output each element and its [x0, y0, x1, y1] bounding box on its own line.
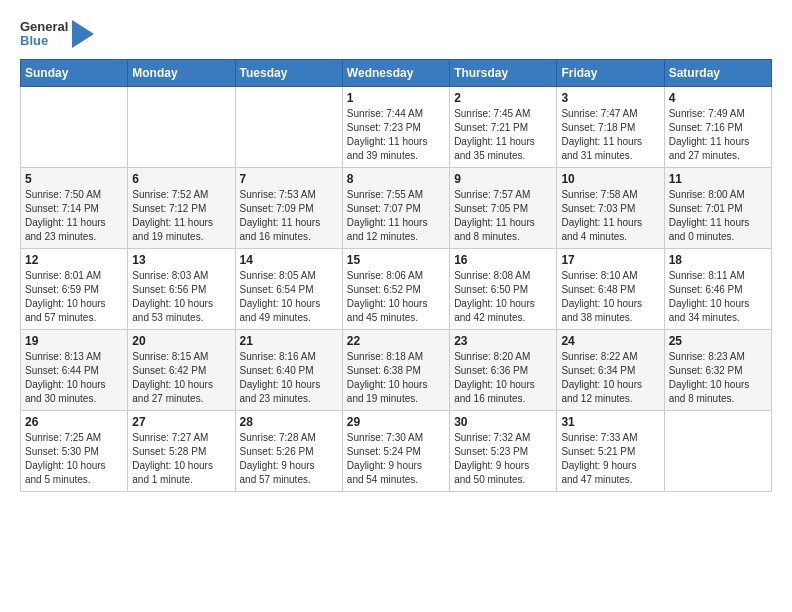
weekday-header-row: SundayMondayTuesdayWednesdayThursdayFrid…	[21, 59, 772, 86]
logo-blue-text: Blue	[20, 34, 68, 48]
calendar-cell: 14Sunrise: 8:05 AM Sunset: 6:54 PM Dayli…	[235, 248, 342, 329]
day-info: Sunrise: 8:05 AM Sunset: 6:54 PM Dayligh…	[240, 269, 338, 325]
day-info: Sunrise: 7:25 AM Sunset: 5:30 PM Dayligh…	[25, 431, 123, 487]
calendar-cell	[128, 86, 235, 167]
day-number: 17	[561, 253, 659, 267]
page-header: General Blue	[20, 20, 772, 49]
calendar-cell: 11Sunrise: 8:00 AM Sunset: 7:01 PM Dayli…	[664, 167, 771, 248]
day-number: 30	[454, 415, 552, 429]
day-number: 14	[240, 253, 338, 267]
day-info: Sunrise: 7:49 AM Sunset: 7:16 PM Dayligh…	[669, 107, 767, 163]
day-number: 12	[25, 253, 123, 267]
day-info: Sunrise: 8:08 AM Sunset: 6:50 PM Dayligh…	[454, 269, 552, 325]
weekday-header: Thursday	[450, 59, 557, 86]
day-number: 29	[347, 415, 445, 429]
calendar-cell: 20Sunrise: 8:15 AM Sunset: 6:42 PM Dayli…	[128, 329, 235, 410]
calendar-week-row: 5Sunrise: 7:50 AM Sunset: 7:14 PM Daylig…	[21, 167, 772, 248]
weekday-header: Saturday	[664, 59, 771, 86]
day-info: Sunrise: 8:13 AM Sunset: 6:44 PM Dayligh…	[25, 350, 123, 406]
calendar-cell: 15Sunrise: 8:06 AM Sunset: 6:52 PM Dayli…	[342, 248, 449, 329]
day-number: 11	[669, 172, 767, 186]
calendar-cell: 8Sunrise: 7:55 AM Sunset: 7:07 PM Daylig…	[342, 167, 449, 248]
calendar-cell: 22Sunrise: 8:18 AM Sunset: 6:38 PM Dayli…	[342, 329, 449, 410]
day-number: 13	[132, 253, 230, 267]
calendar-week-row: 1Sunrise: 7:44 AM Sunset: 7:23 PM Daylig…	[21, 86, 772, 167]
calendar-cell: 23Sunrise: 8:20 AM Sunset: 6:36 PM Dayli…	[450, 329, 557, 410]
day-info: Sunrise: 8:22 AM Sunset: 6:34 PM Dayligh…	[561, 350, 659, 406]
day-number: 31	[561, 415, 659, 429]
day-info: Sunrise: 7:57 AM Sunset: 7:05 PM Dayligh…	[454, 188, 552, 244]
logo-general-text: General	[20, 20, 68, 34]
calendar-cell: 17Sunrise: 8:10 AM Sunset: 6:48 PM Dayli…	[557, 248, 664, 329]
day-info: Sunrise: 8:15 AM Sunset: 6:42 PM Dayligh…	[132, 350, 230, 406]
svg-marker-0	[72, 20, 94, 48]
day-info: Sunrise: 7:55 AM Sunset: 7:07 PM Dayligh…	[347, 188, 445, 244]
day-number: 28	[240, 415, 338, 429]
day-number: 5	[25, 172, 123, 186]
calendar-cell: 19Sunrise: 8:13 AM Sunset: 6:44 PM Dayli…	[21, 329, 128, 410]
calendar-cell	[664, 410, 771, 491]
calendar-cell: 2Sunrise: 7:45 AM Sunset: 7:21 PM Daylig…	[450, 86, 557, 167]
day-number: 16	[454, 253, 552, 267]
calendar-table: SundayMondayTuesdayWednesdayThursdayFrid…	[20, 59, 772, 492]
calendar-cell	[235, 86, 342, 167]
day-number: 15	[347, 253, 445, 267]
day-number: 6	[132, 172, 230, 186]
day-info: Sunrise: 7:58 AM Sunset: 7:03 PM Dayligh…	[561, 188, 659, 244]
day-info: Sunrise: 7:53 AM Sunset: 7:09 PM Dayligh…	[240, 188, 338, 244]
day-info: Sunrise: 7:32 AM Sunset: 5:23 PM Dayligh…	[454, 431, 552, 487]
calendar-cell: 10Sunrise: 7:58 AM Sunset: 7:03 PM Dayli…	[557, 167, 664, 248]
day-info: Sunrise: 8:23 AM Sunset: 6:32 PM Dayligh…	[669, 350, 767, 406]
calendar-cell: 30Sunrise: 7:32 AM Sunset: 5:23 PM Dayli…	[450, 410, 557, 491]
weekday-header: Monday	[128, 59, 235, 86]
weekday-header: Wednesday	[342, 59, 449, 86]
day-info: Sunrise: 8:00 AM Sunset: 7:01 PM Dayligh…	[669, 188, 767, 244]
calendar-cell: 4Sunrise: 7:49 AM Sunset: 7:16 PM Daylig…	[664, 86, 771, 167]
day-info: Sunrise: 8:16 AM Sunset: 6:40 PM Dayligh…	[240, 350, 338, 406]
calendar-week-row: 26Sunrise: 7:25 AM Sunset: 5:30 PM Dayli…	[21, 410, 772, 491]
day-info: Sunrise: 8:20 AM Sunset: 6:36 PM Dayligh…	[454, 350, 552, 406]
calendar-cell: 28Sunrise: 7:28 AM Sunset: 5:26 PM Dayli…	[235, 410, 342, 491]
day-number: 9	[454, 172, 552, 186]
day-info: Sunrise: 7:47 AM Sunset: 7:18 PM Dayligh…	[561, 107, 659, 163]
day-info: Sunrise: 8:01 AM Sunset: 6:59 PM Dayligh…	[25, 269, 123, 325]
calendar-cell: 21Sunrise: 8:16 AM Sunset: 6:40 PM Dayli…	[235, 329, 342, 410]
day-number: 23	[454, 334, 552, 348]
logo: General Blue	[20, 20, 94, 49]
day-info: Sunrise: 8:11 AM Sunset: 6:46 PM Dayligh…	[669, 269, 767, 325]
day-info: Sunrise: 7:27 AM Sunset: 5:28 PM Dayligh…	[132, 431, 230, 487]
day-number: 22	[347, 334, 445, 348]
day-number: 25	[669, 334, 767, 348]
weekday-header: Friday	[557, 59, 664, 86]
calendar-cell: 26Sunrise: 7:25 AM Sunset: 5:30 PM Dayli…	[21, 410, 128, 491]
day-number: 2	[454, 91, 552, 105]
calendar-cell: 3Sunrise: 7:47 AM Sunset: 7:18 PM Daylig…	[557, 86, 664, 167]
day-number: 21	[240, 334, 338, 348]
calendar-cell: 5Sunrise: 7:50 AM Sunset: 7:14 PM Daylig…	[21, 167, 128, 248]
day-number: 26	[25, 415, 123, 429]
calendar-cell: 7Sunrise: 7:53 AM Sunset: 7:09 PM Daylig…	[235, 167, 342, 248]
calendar-cell: 12Sunrise: 8:01 AM Sunset: 6:59 PM Dayli…	[21, 248, 128, 329]
calendar-week-row: 19Sunrise: 8:13 AM Sunset: 6:44 PM Dayli…	[21, 329, 772, 410]
day-number: 19	[25, 334, 123, 348]
weekday-header: Sunday	[21, 59, 128, 86]
calendar-cell: 9Sunrise: 7:57 AM Sunset: 7:05 PM Daylig…	[450, 167, 557, 248]
day-number: 7	[240, 172, 338, 186]
calendar-cell: 29Sunrise: 7:30 AM Sunset: 5:24 PM Dayli…	[342, 410, 449, 491]
calendar-cell: 13Sunrise: 8:03 AM Sunset: 6:56 PM Dayli…	[128, 248, 235, 329]
calendar-cell: 27Sunrise: 7:27 AM Sunset: 5:28 PM Dayli…	[128, 410, 235, 491]
calendar-week-row: 12Sunrise: 8:01 AM Sunset: 6:59 PM Dayli…	[21, 248, 772, 329]
day-number: 24	[561, 334, 659, 348]
day-info: Sunrise: 8:10 AM Sunset: 6:48 PM Dayligh…	[561, 269, 659, 325]
calendar-cell: 18Sunrise: 8:11 AM Sunset: 6:46 PM Dayli…	[664, 248, 771, 329]
day-info: Sunrise: 7:28 AM Sunset: 5:26 PM Dayligh…	[240, 431, 338, 487]
calendar-cell: 6Sunrise: 7:52 AM Sunset: 7:12 PM Daylig…	[128, 167, 235, 248]
day-info: Sunrise: 7:30 AM Sunset: 5:24 PM Dayligh…	[347, 431, 445, 487]
day-info: Sunrise: 7:33 AM Sunset: 5:21 PM Dayligh…	[561, 431, 659, 487]
day-number: 8	[347, 172, 445, 186]
calendar-cell	[21, 86, 128, 167]
day-number: 4	[669, 91, 767, 105]
calendar-cell: 1Sunrise: 7:44 AM Sunset: 7:23 PM Daylig…	[342, 86, 449, 167]
calendar-cell: 25Sunrise: 8:23 AM Sunset: 6:32 PM Dayli…	[664, 329, 771, 410]
day-number: 3	[561, 91, 659, 105]
